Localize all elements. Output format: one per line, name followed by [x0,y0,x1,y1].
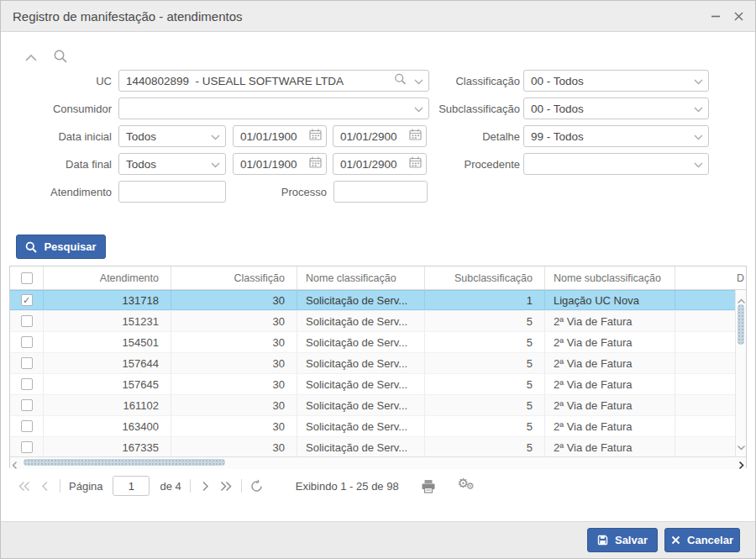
last-page-icon[interactable] [216,476,236,496]
cell-extra[interactable] [675,437,735,456]
search-icon[interactable] [53,49,68,67]
row-checkbox[interactable] [21,336,33,348]
cell-subclassificacao[interactable]: 5 [425,353,545,373]
cell-classificacao[interactable]: 30 [171,395,297,415]
column-header-atendimento[interactable]: Atendimento [44,266,171,289]
uc-combobox[interactable] [118,70,429,92]
uc-search-icon[interactable] [394,73,407,89]
cell-subclassificacao[interactable]: 5 [425,374,545,394]
row-checkbox[interactable] [21,441,33,453]
data-final-mode-combobox[interactable] [118,153,226,175]
horizontal-scrollbar[interactable] [10,456,746,469]
cell-nome_subclassificacao[interactable]: 2ª Via de Fatura [545,437,675,456]
refresh-icon[interactable] [247,476,267,496]
row-checkbox[interactable] [21,420,33,432]
cell-extra[interactable] [675,353,735,373]
cell-nome_classificacao[interactable]: Solicitação de Serv... [297,290,425,310]
cell-nome_classificacao[interactable]: Solicitação de Serv... [297,311,425,331]
cell-classificacao[interactable]: 30 [171,290,297,310]
cell-atendimento[interactable]: 161102 [44,395,171,415]
column-header-classificacao[interactable]: Classifição [171,266,297,289]
cell-extra[interactable] [675,416,735,436]
cell-nome_subclassificacao[interactable]: 2ª Via de Fatura [545,374,675,394]
cell-classificacao[interactable]: 30 [171,332,297,352]
previous-page-icon[interactable] [34,476,55,496]
cell-nome_classificacao[interactable]: Solicitação de Serv... [297,395,425,415]
save-button[interactable]: Salvar [587,528,658,552]
processo-input[interactable] [333,181,428,203]
cell-nome_subclassificacao[interactable]: 2ª Via de Fatura [545,395,675,415]
cell-nome_classificacao[interactable]: Solicitação de Serv... [297,416,425,436]
chevron-down-icon[interactable] [694,156,703,171]
chevron-down-icon[interactable] [694,129,703,144]
atendimento-input[interactable] [118,181,226,203]
vertical-scroll-thumb[interactable] [738,304,744,345]
data-inicial-mode-combobox[interactable] [118,125,226,147]
calendar-icon[interactable] [309,156,322,171]
table-row[interactable]: 15450130Solicitação de Serv...52ª Via de… [10,332,735,353]
cell-nome_subclassificacao[interactable]: 2ª Via de Fatura [545,416,675,436]
first-page-icon[interactable] [14,476,34,496]
close-icon[interactable] [734,12,743,21]
horizontal-scroll-thumb[interactable] [24,459,225,466]
table-row[interactable]: 15764530Solicitação de Serv...52ª Via de… [10,374,735,395]
print-icon[interactable] [421,479,436,493]
table-row[interactable]: 15123130Solicitação de Serv...52ª Via de… [10,311,735,332]
row-checkbox[interactable] [21,399,33,411]
column-header-clipped[interactable]: D [675,266,746,289]
chevron-down-icon[interactable] [211,129,220,144]
cell-atendimento[interactable]: 167335 [44,437,171,456]
consumidor-combobox[interactable] [118,98,429,119]
page-number-input[interactable] [113,476,150,496]
cell-nome_classificacao[interactable]: Solicitação de Serv... [297,437,425,456]
classificacao-combobox[interactable] [523,70,709,92]
cell-subclassificacao[interactable]: 5 [425,416,545,436]
row-checkbox[interactable] [21,378,33,390]
column-header-nome-subclassificacao[interactable]: Nome subclassificação [545,266,675,289]
table-row[interactable]: 15764430Solicitação de Serv...52ª Via de… [10,353,735,374]
collapse-panel-icon[interactable] [24,50,38,66]
cell-classificacao[interactable]: 30 [171,374,297,394]
procedente-combobox[interactable] [523,153,709,175]
vertical-scrollbar[interactable] [735,290,746,456]
chevron-down-icon[interactable] [694,101,703,116]
cell-extra[interactable] [675,290,735,310]
minimize-icon[interactable] [711,11,721,21]
cell-nome_classificacao[interactable]: Solicitação de Serv... [297,353,425,373]
row-checkbox[interactable]: ✓ [21,294,33,306]
table-row[interactable]: 16340030Solicitação de Serv...52ª Via de… [10,416,735,437]
cell-subclassificacao[interactable]: 5 [425,395,545,415]
calendar-icon[interactable] [309,129,322,144]
cell-extra[interactable] [675,311,735,331]
row-checkbox[interactable] [21,315,33,327]
cell-nome_subclassificacao[interactable]: 2ª Via de Fatura [545,353,675,373]
cell-subclassificacao[interactable]: 5 [425,332,545,352]
search-button[interactable]: Pesquisar [16,235,106,259]
cell-classificacao[interactable]: 30 [171,353,297,373]
cell-extra[interactable] [675,395,735,415]
select-all-checkbox[interactable] [21,272,33,284]
cell-atendimento[interactable]: 157644 [44,353,171,373]
column-header-nome-classificacao[interactable]: Nome classificação [297,266,425,289]
cell-subclassificacao[interactable]: 1 [425,290,545,310]
scroll-down-icon[interactable] [737,439,746,454]
cell-atendimento[interactable]: 163400 [44,416,171,436]
cell-classificacao[interactable]: 30 [171,416,297,436]
cell-atendimento[interactable]: 131718 [44,290,171,310]
cell-atendimento[interactable]: 157645 [44,374,171,394]
row-checkbox[interactable] [21,357,33,369]
cell-subclassificacao[interactable]: 5 [425,311,545,331]
table-row[interactable]: ✓13171830Solicitação de Serv...1Ligação … [10,290,735,311]
cell-classificacao[interactable]: 30 [171,437,297,456]
cell-nome_classificacao[interactable]: Solicitação de Serv... [297,332,425,352]
cell-nome_subclassificacao[interactable]: 2ª Via de Fatura [545,332,675,352]
column-header-subclassificacao[interactable]: Subclassificação [425,266,545,289]
settings-gears-icon[interactable]: ⚙ ⚙ [458,477,476,494]
cell-nome_subclassificacao[interactable]: Ligação UC Nova [545,290,675,310]
table-row[interactable]: 16733530Solicitação de Serv...52ª Via de… [10,437,735,456]
cell-atendimento[interactable]: 151231 [44,311,171,331]
detalhe-combobox[interactable] [523,125,709,147]
cell-atendimento[interactable]: 154501 [44,332,171,352]
subclassificacao-combobox[interactable] [523,98,709,119]
chevron-down-icon[interactable] [211,156,220,171]
